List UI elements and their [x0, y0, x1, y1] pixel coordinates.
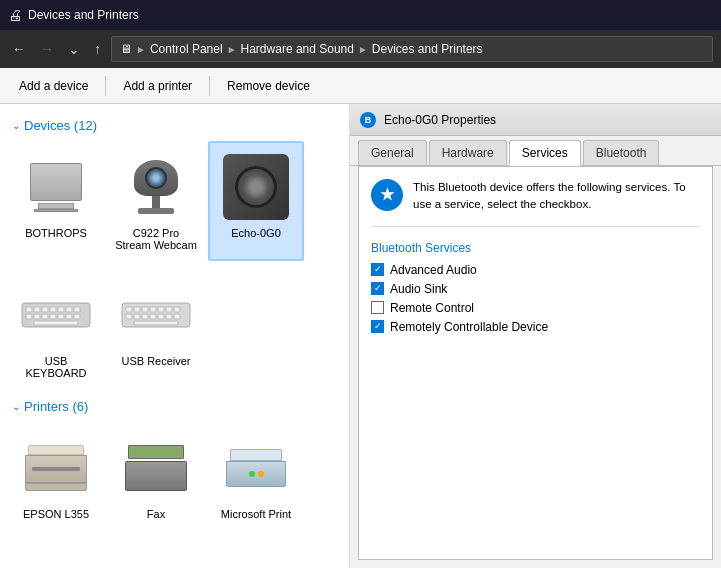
printers-section-header[interactable]: ⌄ Printers (6)	[0, 393, 349, 418]
back-button[interactable]: ←	[8, 39, 30, 59]
printers-grid: EPSON L355 Fax	[0, 418, 349, 534]
ms-printer-icon	[220, 432, 292, 504]
keyboard-icon	[20, 279, 92, 351]
svg-rect-30	[174, 314, 180, 319]
device-usb-keyboard[interactable]: USB KEYBOARD	[8, 269, 104, 389]
properties-dialog: B Echo-0G0 Properties General Hardware S…	[350, 104, 721, 568]
device-webcam[interactable]: C922 Pro Stream Webcam	[108, 141, 204, 261]
svg-rect-7	[74, 307, 80, 312]
main-content: ⌄ Devices (12) BOTHROPS	[0, 104, 721, 568]
svg-rect-2	[34, 307, 40, 312]
up-button[interactable]: ↑	[90, 39, 105, 59]
dropdown-button[interactable]: ⌄	[64, 39, 84, 59]
devices-grid: BOTHROPS C922 Pro Stream Webcam	[0, 137, 349, 265]
svg-rect-31	[134, 321, 178, 325]
svg-rect-17	[126, 307, 132, 312]
svg-rect-24	[126, 314, 132, 319]
epson-label: EPSON L355	[23, 508, 89, 520]
svg-rect-8	[26, 314, 32, 319]
device-echo[interactable]: Echo-0G0	[208, 141, 304, 261]
service-remotely-controllable: Remotely Controllable Device	[371, 320, 700, 334]
device-fax[interactable]: Fax	[108, 422, 204, 530]
checkbox-advanced-audio[interactable]	[371, 263, 384, 276]
service-remotely-controllable-label: Remotely Controllable Device	[390, 320, 548, 334]
service-audio-sink-label: Audio Sink	[390, 282, 447, 296]
svg-rect-28	[158, 314, 164, 319]
forward-button[interactable]: →	[36, 39, 58, 59]
toolbar-separator-2	[209, 76, 210, 96]
tab-general[interactable]: General	[358, 140, 427, 165]
checkbox-remotely-controllable[interactable]	[371, 320, 384, 333]
svg-rect-9	[34, 314, 40, 319]
svg-rect-10	[42, 314, 48, 319]
svg-rect-4	[50, 307, 56, 312]
echo-label: Echo-0G0	[231, 227, 281, 239]
webcam-label: C922 Pro Stream Webcam	[114, 227, 198, 251]
dialog-tabs: General Hardware Services Bluetooth	[350, 136, 721, 166]
toolbar-separator	[105, 76, 106, 96]
fax-label: Fax	[147, 508, 165, 520]
svg-rect-22	[166, 307, 172, 312]
svg-rect-13	[66, 314, 72, 319]
svg-rect-6	[66, 307, 72, 312]
svg-rect-26	[142, 314, 148, 319]
add-device-button[interactable]: Add a device	[8, 74, 99, 98]
tab-bluetooth[interactable]: Bluetooth	[583, 140, 660, 165]
dialog-title-bar: B Echo-0G0 Properties	[350, 104, 721, 136]
ms-printer-label: Microsoft Print	[221, 508, 291, 520]
svg-rect-5	[58, 307, 64, 312]
path-control-panel: Control Panel	[150, 42, 223, 56]
webcam-icon	[120, 151, 192, 223]
device-epson[interactable]: EPSON L355	[8, 422, 104, 530]
devices-chevron: ⌄	[12, 120, 20, 131]
address-path: 🖥 ► Control Panel ► Hardware and Sound ►…	[111, 36, 713, 62]
svg-rect-1	[26, 307, 32, 312]
dialog-title: Echo-0G0 Properties	[384, 113, 496, 127]
bluetooth-info-text: This Bluetooth device offers the followi…	[413, 179, 700, 214]
service-remote-control-label: Remote Control	[390, 301, 474, 315]
svg-rect-20	[150, 307, 156, 312]
bluetooth-icon: ★	[371, 179, 403, 211]
device-usb-receiver[interactable]: USB Receiver	[108, 269, 204, 389]
usb-receiver-label: USB Receiver	[121, 355, 190, 367]
tab-services[interactable]: Services	[509, 140, 581, 166]
speaker-icon	[220, 151, 292, 223]
svg-rect-19	[142, 307, 148, 312]
svg-rect-29	[166, 314, 172, 319]
path-devices-printers: Devices and Printers	[372, 42, 483, 56]
add-printer-button[interactable]: Add a printer	[112, 74, 203, 98]
dialog-content: ★ This Bluetooth device offers the follo…	[358, 166, 713, 560]
device-ms-printer[interactable]: Microsoft Print	[208, 422, 304, 530]
svg-rect-27	[150, 314, 156, 319]
title-bar: 🖨 Devices and Printers	[0, 0, 721, 30]
path-hardware-sound: Hardware and Sound	[241, 42, 354, 56]
path-icon: 🖥	[120, 42, 132, 56]
dialog-title-icon: B	[360, 112, 376, 128]
devices-grid-2: USB KEYBOARD	[0, 265, 349, 393]
printers-chevron: ⌄	[12, 401, 20, 412]
service-advanced-audio-label: Advanced Audio	[390, 263, 477, 277]
checkbox-remote-control[interactable]	[371, 301, 384, 314]
title-bar-icon: 🖨	[8, 7, 22, 23]
svg-rect-15	[34, 321, 78, 325]
svg-rect-21	[158, 307, 164, 312]
usb-keyboard-label: USB KEYBOARD	[14, 355, 98, 379]
device-bothrops[interactable]: BOTHROPS	[8, 141, 104, 261]
bothrops-label: BOTHROPS	[25, 227, 87, 239]
computer-icon	[20, 151, 92, 223]
svg-rect-23	[174, 307, 180, 312]
remove-device-button[interactable]: Remove device	[216, 74, 321, 98]
service-advanced-audio: Advanced Audio	[371, 263, 700, 277]
checkbox-audio-sink[interactable]	[371, 282, 384, 295]
svg-rect-25	[134, 314, 140, 319]
fax-icon	[120, 432, 192, 504]
service-remote-control: Remote Control	[371, 301, 700, 315]
bluetooth-services-title: Bluetooth Services	[371, 241, 700, 255]
printers-section-label: Printers (6)	[24, 399, 88, 414]
usb-receiver-icon	[120, 279, 192, 351]
title-bar-text: Devices and Printers	[28, 8, 139, 22]
devices-section-label: Devices (12)	[24, 118, 97, 133]
devices-section-header[interactable]: ⌄ Devices (12)	[0, 112, 349, 137]
svg-rect-11	[50, 314, 56, 319]
tab-hardware[interactable]: Hardware	[429, 140, 507, 165]
